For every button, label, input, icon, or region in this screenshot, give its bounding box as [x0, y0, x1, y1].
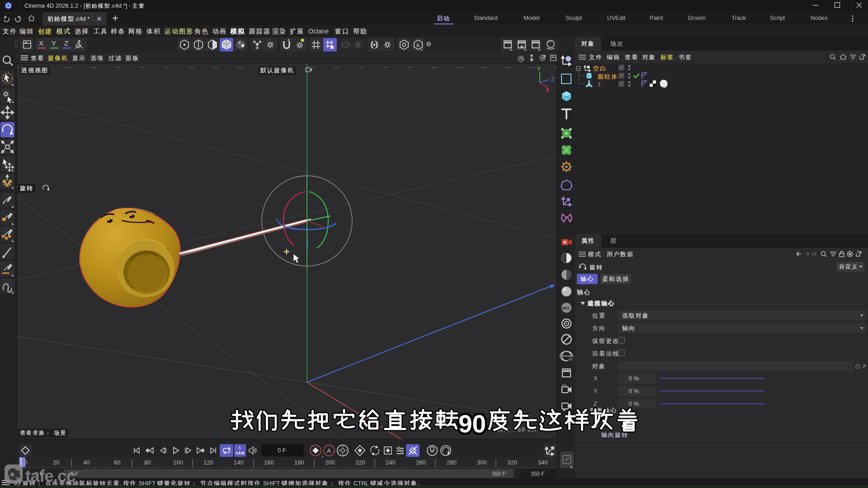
svg-text:180: 180: [294, 459, 304, 466]
svg-text:240: 240: [386, 459, 396, 466]
svg-text:MIX: MIX: [562, 306, 570, 310]
svg-text:X: X: [546, 87, 549, 93]
svg-text:300: 300: [477, 459, 487, 466]
svg-text:90: 90: [458, 410, 486, 438]
svg-text:280: 280: [447, 459, 457, 466]
svg-text:Z: Z: [64, 39, 68, 47]
svg-text:350 F: 350 F: [531, 471, 545, 477]
svg-text:ST: ST: [568, 357, 573, 361]
svg-text:Y: Y: [537, 66, 541, 72]
svg-text:120: 120: [203, 459, 213, 466]
svg-text:A: A: [327, 448, 331, 454]
svg-text:X: X: [39, 39, 43, 47]
svg-text:tafe.cc: tafe.cc: [25, 467, 75, 485]
svg-text:200: 200: [325, 459, 335, 466]
svg-text:320: 320: [507, 459, 517, 466]
svg-text:0 F: 0 F: [278, 447, 286, 454]
svg-text:260: 260: [416, 459, 426, 466]
svg-text:220: 220: [355, 459, 365, 466]
svg-text:A: A: [238, 446, 241, 450]
svg-text:160: 160: [264, 459, 274, 466]
svg-text:80: 80: [144, 459, 151, 466]
svg-text:350 F: 350 F: [492, 471, 506, 477]
svg-text:A: A: [416, 42, 420, 48]
svg-text:Z: Z: [551, 76, 554, 83]
svg-text:140: 140: [234, 459, 244, 466]
svg-text:340: 340: [538, 459, 548, 466]
svg-text:100: 100: [173, 459, 183, 466]
svg-text:Y: Y: [52, 39, 56, 47]
